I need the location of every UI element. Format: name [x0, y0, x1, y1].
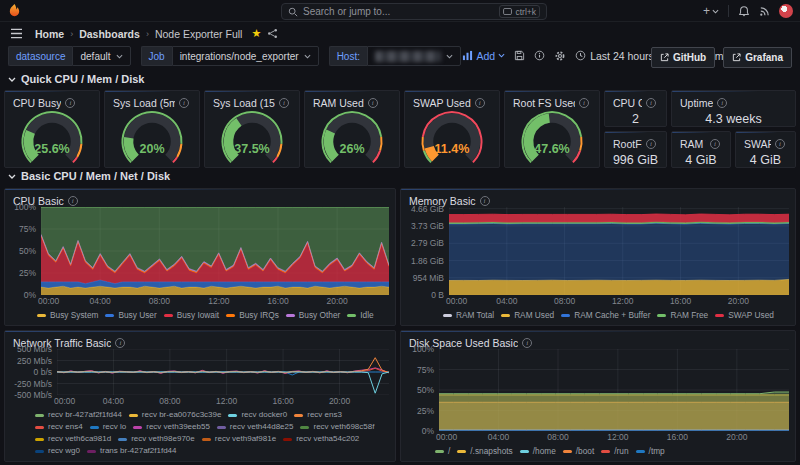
add-button[interactable]: Add — [462, 50, 505, 62]
disk-space-used-basic-chart[interactable]: 0%25%50%75%100%00:0004:0008:0012:0016:00… — [407, 349, 789, 458]
legend-item[interactable]: /tmp — [636, 445, 665, 457]
legend-item[interactable]: Busy Other — [286, 309, 341, 321]
legend-item[interactable]: recv wg0 — [35, 445, 80, 457]
plot-area[interactable] — [449, 207, 789, 295]
legend-color-key — [226, 314, 235, 317]
add-panel-icon — [462, 50, 473, 61]
legend-item[interactable]: /home — [520, 445, 556, 457]
info-icon[interactable]: i — [710, 139, 720, 149]
breadcrumb-home[interactable]: Home — [35, 28, 64, 40]
grafana-link-button[interactable]: Grafana — [723, 47, 792, 68]
legend-item[interactable]: recv ens4 — [35, 421, 83, 433]
github-link-button[interactable]: GitHub — [651, 47, 715, 68]
dashboard-insights-icon[interactable] — [534, 50, 545, 61]
save-dashboard-icon[interactable] — [514, 50, 525, 61]
new-menu-button[interactable]: + — [703, 4, 719, 18]
panel-title[interactable]: CPU Co — [613, 97, 642, 109]
plot-area[interactable] — [57, 349, 389, 395]
info-icon[interactable]: i — [579, 98, 589, 108]
legend-item[interactable]: Idle — [347, 309, 373, 321]
legend-item[interactable]: RAM Used — [501, 309, 554, 321]
panel-title[interactable]: RAM To — [680, 138, 706, 150]
legend-item[interactable]: /run — [601, 445, 628, 457]
info-icon[interactable]: i — [279, 98, 289, 108]
news-rss-icon[interactable] — [759, 6, 770, 17]
legend-item[interactable]: RAM Free — [657, 309, 708, 321]
info-icon[interactable]: i — [775, 139, 785, 149]
legend-label: RAM Total — [456, 309, 494, 321]
legend-item[interactable]: recv ens3 — [294, 409, 342, 421]
dashboard-settings-gear-icon[interactable] — [554, 50, 566, 62]
panel-title[interactable]: RAM Used — [313, 97, 364, 109]
variable-host-select[interactable] — [367, 46, 461, 66]
plot-area[interactable] — [439, 349, 789, 431]
legend-item[interactable]: recv lo — [90, 421, 127, 433]
network-traffic-basic-chart[interactable]: 500 Mb/s250 Mb/s0 b/s-250 Mb/s-500 Mb/s0… — [11, 349, 389, 458]
panel-title[interactable]: CPU Busy — [13, 97, 61, 109]
info-icon[interactable]: i — [646, 98, 656, 108]
legend-item[interactable]: recv docker0 — [228, 409, 287, 421]
panel-cpu-busy: CPU Busyi 25.6% — [4, 90, 100, 168]
legend-item[interactable]: recv veth44d8e25 — [217, 421, 294, 433]
legend-item[interactable]: Busy User — [105, 309, 156, 321]
panel-title[interactable]: RootFS — [613, 138, 642, 150]
search-input[interactable]: Search or jump to... ctrl+k — [281, 3, 547, 20]
legend-item[interactable]: recv veth698c58f — [300, 421, 374, 433]
info-icon[interactable]: i — [368, 98, 378, 108]
info-icon[interactable]: i — [646, 139, 656, 149]
panel-title[interactable]: SWAP T — [744, 138, 771, 150]
legend-item[interactable]: recv vetha54c202 — [283, 433, 359, 445]
x-axis: 00:0004:0008:0012:0016:0020:00 — [57, 395, 389, 407]
legend-item[interactable]: /.snapshots — [457, 445, 512, 457]
info-icon[interactable]: i — [475, 98, 485, 108]
legend-item[interactable]: recv br-ea0076c3c39e — [129, 409, 222, 421]
legend-item[interactable]: recv veth9af981e — [202, 433, 276, 445]
legend-item[interactable]: Busy IRQs — [226, 309, 279, 321]
legend-item[interactable]: RAM Cache + Buffer — [561, 309, 650, 321]
panel-title[interactable]: Sys Load (15m av — [213, 97, 275, 109]
cpu-basic-chart[interactable]: 0%25%50%75%100%00:0004:0008:0012:0016:00… — [11, 207, 389, 322]
x-axis-label: 16:00 — [667, 432, 688, 442]
user-avatar[interactable] — [779, 4, 793, 18]
info-icon[interactable]: i — [68, 196, 78, 206]
panel-title[interactable]: Root FS Used — [513, 97, 575, 109]
legend-item[interactable]: recv veth39eeb55 — [133, 421, 210, 433]
legend-item[interactable]: recv veth98e970e — [118, 433, 195, 445]
legend-item[interactable]: SWAP Used — [715, 309, 774, 321]
legend-item[interactable]: RAM Total — [443, 309, 494, 321]
legend-item[interactable]: Busy Iowait — [164, 309, 219, 321]
legend-item[interactable]: / — [435, 445, 450, 457]
variable-job-select[interactable]: integrations/node_exporter — [172, 46, 319, 66]
y-axis-label: -500 Mb/s — [14, 390, 52, 400]
section-quick-cpu-mem-disk[interactable]: Quick CPU / Mem / Disk — [8, 73, 144, 85]
info-icon[interactable]: i — [480, 196, 490, 206]
panel-swap-used: SWAP Usedi 11.4% — [404, 90, 500, 168]
panel-title[interactable]: SWAP Used — [413, 97, 471, 109]
memory-basic-chart[interactable]: 0 B954 MiB1.86 GiB2.79 GiB3.73 GiB4.66 G… — [407, 207, 789, 322]
legend-item[interactable]: trans br-427af2f1fd44 — [87, 445, 177, 457]
plot-area[interactable] — [41, 207, 389, 295]
legend-item[interactable]: Busy System — [37, 309, 98, 321]
legend-item[interactable]: recv veth6ca981d — [35, 433, 111, 445]
legend-item[interactable]: recv br-427af2f1fd44 — [35, 409, 122, 421]
info-icon[interactable]: i — [522, 338, 532, 348]
info-icon[interactable]: i — [115, 338, 125, 348]
legend-item[interactable]: /boot — [563, 445, 594, 457]
info-icon[interactable]: i — [65, 98, 75, 108]
panel-title[interactable]: Sys Load (5m avg — [113, 97, 175, 109]
legend-color-key — [715, 314, 724, 317]
hamburger-menu-icon[interactable] — [10, 28, 23, 39]
breadcrumb-dashboards[interactable]: Dashboards — [79, 28, 140, 40]
panel-title[interactable]: Uptime — [680, 97, 713, 109]
notifications-bell-icon[interactable] — [738, 5, 750, 17]
grafana-logo[interactable] — [7, 3, 22, 18]
chart-legend: RAM TotalRAM UsedRAM Cache + BufferRAM F… — [443, 307, 789, 322]
variable-datasource-select[interactable]: default — [72, 46, 130, 66]
share-icon[interactable] — [267, 28, 278, 39]
info-icon[interactable]: i — [179, 98, 189, 108]
section-basic-cpu-mem-net-disk[interactable]: Basic CPU / Mem / Net / Disk — [8, 170, 170, 182]
search-placeholder: Search or jump to... — [303, 6, 390, 17]
info-icon[interactable]: i — [717, 98, 727, 108]
favorite-star-icon[interactable]: ★ — [251, 28, 261, 39]
external-link-icon — [660, 53, 669, 62]
